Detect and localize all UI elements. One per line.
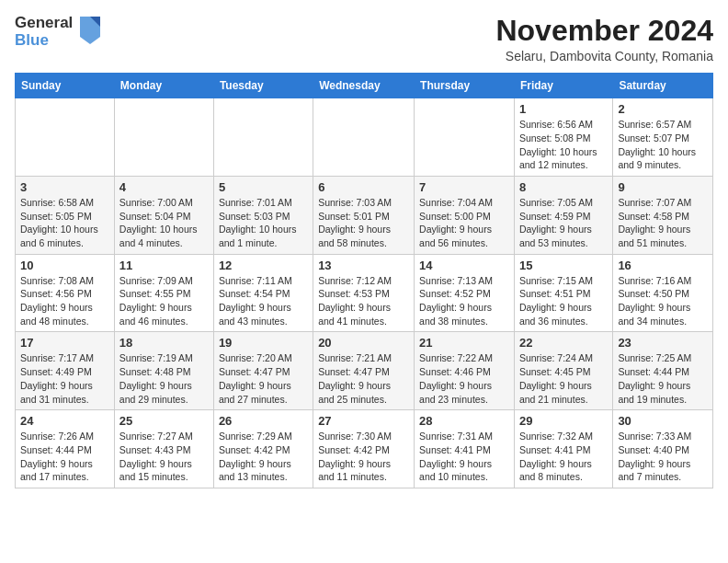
week-row-5: 24Sunrise: 7:26 AM Sunset: 4:44 PM Dayli…: [16, 410, 713, 488]
calendar-cell-w5-d5: 28Sunrise: 7:31 AM Sunset: 4:41 PM Dayli…: [415, 410, 515, 488]
weekday-header-row: SundayMondayTuesdayWednesdayThursdayFrid…: [16, 74, 713, 98]
day-info: Sunrise: 7:00 AM Sunset: 5:04 PM Dayligh…: [119, 196, 209, 250]
day-info: Sunrise: 7:13 AM Sunset: 4:52 PM Dayligh…: [419, 274, 509, 328]
calendar-cell-w4-d7: 23Sunrise: 7:25 AM Sunset: 4:44 PM Dayli…: [613, 332, 713, 410]
day-info: Sunrise: 6:57 AM Sunset: 5:07 PM Dayligh…: [618, 118, 708, 172]
day-number: 21: [419, 336, 509, 350]
day-number: 7: [419, 180, 509, 194]
weekday-header-saturday: Saturday: [613, 74, 713, 98]
calendar-cell-w1-d3: [213, 98, 313, 177]
day-info: Sunrise: 7:04 AM Sunset: 5:00 PM Dayligh…: [419, 196, 509, 250]
day-number: 4: [119, 180, 209, 194]
month-title: November 2024: [495, 15, 713, 47]
day-info: Sunrise: 7:20 AM Sunset: 4:47 PM Dayligh…: [219, 351, 308, 406]
calendar-cell-w2-d5: 7Sunrise: 7:04 AM Sunset: 5:00 PM Daylig…: [415, 176, 515, 254]
location-subtitle: Selaru, Dambovita County, Romania: [495, 49, 713, 63]
weekday-header-sunday: Sunday: [16, 74, 115, 98]
day-number: 10: [20, 259, 109, 272]
calendar-cell-w4-d3: 19Sunrise: 7:20 AM Sunset: 4:47 PM Dayli…: [213, 332, 313, 410]
calendar-cell-w2-d3: 5Sunrise: 7:01 AM Sunset: 5:03 PM Daylig…: [213, 176, 313, 254]
day-number: 13: [318, 259, 409, 272]
calendar-cell-w2-d2: 4Sunrise: 7:00 AM Sunset: 5:04 PM Daylig…: [114, 176, 213, 254]
day-info: Sunrise: 7:32 AM Sunset: 4:41 PM Dayligh…: [519, 430, 608, 484]
day-number: 23: [618, 336, 708, 350]
calendar-cell-w1-d2: [114, 98, 213, 177]
day-info: Sunrise: 7:30 AM Sunset: 4:42 PM Dayligh…: [318, 430, 409, 484]
calendar-cell-w3-d7: 16Sunrise: 7:16 AM Sunset: 4:50 PM Dayli…: [613, 254, 713, 332]
day-info: Sunrise: 7:05 AM Sunset: 4:59 PM Dayligh…: [519, 196, 608, 250]
day-info: Sunrise: 7:09 AM Sunset: 4:55 PM Dayligh…: [119, 274, 209, 328]
calendar-cell-w1-d5: [415, 98, 515, 177]
day-number: 2: [618, 102, 708, 116]
day-number: 29: [519, 414, 608, 428]
day-info: Sunrise: 7:19 AM Sunset: 4:48 PM Dayligh…: [119, 351, 209, 406]
day-number: 16: [618, 259, 708, 272]
calendar-cell-w3-d3: 12Sunrise: 7:11 AM Sunset: 4:54 PM Dayli…: [213, 254, 313, 332]
day-info: Sunrise: 7:07 AM Sunset: 4:58 PM Dayligh…: [618, 196, 708, 250]
day-number: 20: [318, 336, 409, 350]
calendar-cell-w4-d6: 22Sunrise: 7:24 AM Sunset: 4:45 PM Dayli…: [514, 332, 612, 410]
calendar-cell-w1-d1: [16, 98, 115, 177]
day-number: 14: [419, 259, 509, 272]
day-number: 12: [219, 259, 308, 272]
day-number: 15: [519, 259, 608, 272]
day-number: 18: [119, 336, 209, 350]
day-info: Sunrise: 7:03 AM Sunset: 5:01 PM Dayligh…: [318, 196, 409, 250]
week-row-4: 17Sunrise: 7:17 AM Sunset: 4:49 PM Dayli…: [16, 332, 713, 410]
calendar-cell-w3-d6: 15Sunrise: 7:15 AM Sunset: 4:51 PM Dayli…: [514, 254, 612, 332]
day-info: Sunrise: 7:08 AM Sunset: 4:56 PM Dayligh…: [20, 274, 109, 328]
calendar-cell-w4-d5: 21Sunrise: 7:22 AM Sunset: 4:46 PM Dayli…: [415, 332, 515, 410]
calendar-cell-w1-d7: 2Sunrise: 6:57 AM Sunset: 5:07 PM Daylig…: [613, 98, 713, 177]
day-number: 28: [419, 414, 509, 428]
day-number: 22: [519, 336, 608, 350]
day-number: 24: [20, 414, 109, 428]
day-number: 8: [519, 180, 608, 194]
calendar-cell-w2-d1: 3Sunrise: 6:58 AM Sunset: 5:05 PM Daylig…: [16, 176, 115, 254]
calendar-table: SundayMondayTuesdayWednesdayThursdayFrid…: [15, 73, 713, 488]
day-info: Sunrise: 7:33 AM Sunset: 4:40 PM Dayligh…: [618, 430, 708, 484]
calendar-cell-w5-d1: 24Sunrise: 7:26 AM Sunset: 4:44 PM Dayli…: [16, 410, 115, 488]
day-number: 27: [318, 414, 409, 428]
weekday-header-tuesday: Tuesday: [213, 74, 313, 98]
calendar-cell-w3-d4: 13Sunrise: 7:12 AM Sunset: 4:53 PM Dayli…: [313, 254, 415, 332]
calendar-cell-w4-d2: 18Sunrise: 7:19 AM Sunset: 4:48 PM Dayli…: [114, 332, 213, 410]
calendar-cell-w1-d6: 1Sunrise: 6:56 AM Sunset: 5:08 PM Daylig…: [514, 98, 612, 177]
day-number: 11: [119, 259, 209, 272]
header: General Blue November 2024 Selaru, Dambo…: [15, 15, 713, 63]
calendar-cell-w2-d4: 6Sunrise: 7:03 AM Sunset: 5:01 PM Daylig…: [313, 176, 415, 254]
logo: General Blue: [15, 15, 100, 49]
day-info: Sunrise: 6:56 AM Sunset: 5:08 PM Dayligh…: [519, 118, 608, 172]
weekday-header-monday: Monday: [114, 74, 213, 98]
calendar-cell-w4-d4: 20Sunrise: 7:21 AM Sunset: 4:47 PM Dayli…: [313, 332, 415, 410]
calendar-cell-w5-d6: 29Sunrise: 7:32 AM Sunset: 4:41 PM Dayli…: [514, 410, 612, 488]
day-number: 26: [219, 414, 308, 428]
week-row-2: 3Sunrise: 6:58 AM Sunset: 5:05 PM Daylig…: [16, 176, 713, 254]
calendar-cell-w5-d2: 25Sunrise: 7:27 AM Sunset: 4:43 PM Dayli…: [114, 410, 213, 488]
calendar-cell-w2-d6: 8Sunrise: 7:05 AM Sunset: 4:59 PM Daylig…: [514, 176, 612, 254]
weekday-header-wednesday: Wednesday: [313, 74, 415, 98]
day-info: Sunrise: 7:26 AM Sunset: 4:44 PM Dayligh…: [20, 430, 109, 484]
day-info: Sunrise: 7:01 AM Sunset: 5:03 PM Dayligh…: [219, 196, 308, 250]
day-info: Sunrise: 7:22 AM Sunset: 4:46 PM Dayligh…: [419, 351, 509, 406]
week-row-1: 1Sunrise: 6:56 AM Sunset: 5:08 PM Daylig…: [16, 98, 713, 177]
weekday-header-friday: Friday: [514, 74, 612, 98]
calendar-cell-w5-d4: 27Sunrise: 7:30 AM Sunset: 4:42 PM Dayli…: [313, 410, 415, 488]
calendar-cell-w3-d1: 10Sunrise: 7:08 AM Sunset: 4:56 PM Dayli…: [16, 254, 115, 332]
day-number: 3: [20, 180, 109, 194]
day-number: 19: [219, 336, 308, 350]
calendar-cell-w5-d7: 30Sunrise: 7:33 AM Sunset: 4:40 PM Dayli…: [613, 410, 713, 488]
day-info: Sunrise: 7:24 AM Sunset: 4:45 PM Dayligh…: [519, 351, 608, 406]
calendar-cell-w2-d7: 9Sunrise: 7:07 AM Sunset: 4:58 PM Daylig…: [613, 176, 713, 254]
day-number: 6: [318, 180, 409, 194]
day-info: Sunrise: 7:31 AM Sunset: 4:41 PM Dayligh…: [419, 430, 509, 484]
day-number: 1: [519, 102, 608, 116]
week-row-3: 10Sunrise: 7:08 AM Sunset: 4:56 PM Dayli…: [16, 254, 713, 332]
title-area: November 2024 Selaru, Dambovita County, …: [495, 15, 713, 63]
day-info: Sunrise: 7:27 AM Sunset: 4:43 PM Dayligh…: [119, 430, 209, 484]
calendar-cell-w4-d1: 17Sunrise: 7:17 AM Sunset: 4:49 PM Dayli…: [16, 332, 115, 410]
day-number: 30: [618, 414, 708, 428]
day-info: Sunrise: 7:16 AM Sunset: 4:50 PM Dayligh…: [618, 274, 708, 328]
day-info: Sunrise: 7:12 AM Sunset: 4:53 PM Dayligh…: [318, 274, 409, 328]
calendar-cell-w1-d4: [313, 98, 415, 177]
day-info: Sunrise: 7:29 AM Sunset: 4:42 PM Dayligh…: [219, 430, 308, 484]
